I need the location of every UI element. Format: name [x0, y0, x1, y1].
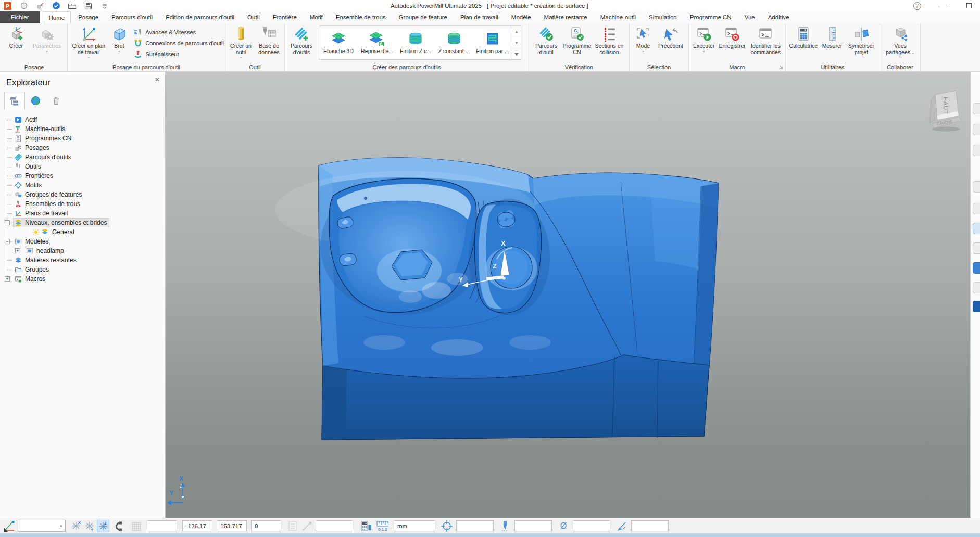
units-field[interactable]: mm [394, 520, 435, 531]
sections-collision-button[interactable]: Sections en collision [592, 24, 626, 55]
mode-selection-button[interactable]: Mode ⌄ [631, 24, 655, 53]
angle-field[interactable] [631, 520, 669, 531]
executer-macro-button[interactable]: Exécuter ⌄ [690, 24, 717, 53]
tree-item-programmes-cn[interactable]: G Programmes CN [0, 134, 165, 143]
tab-ensemble-trous[interactable]: Ensemble de trous [330, 11, 392, 23]
qat-more-icon[interactable] [100, 2, 109, 10]
tab-posage[interactable]: Posage [72, 11, 104, 23]
tree-item-machine-outils[interactable]: Machine-outils [0, 124, 165, 134]
qat-posage-icon[interactable] [35, 2, 44, 10]
creer-posage-button[interactable]: Créer [3, 24, 30, 49]
angle-icon[interactable] [615, 520, 628, 532]
precedent-selection-button[interactable]: Précédent [655, 24, 686, 49]
minimize-button[interactable] [936, 1, 950, 11]
explorer-tab-web[interactable] [25, 92, 46, 110]
brut-button[interactable]: Brut ⌄ [108, 24, 131, 53]
expand-icon[interactable]: + [5, 276, 10, 282]
right-tool-4[interactable] [973, 181, 980, 193]
right-tool-3[interactable] [973, 145, 980, 156]
tree-item-motifs[interactable]: Motifs [0, 181, 165, 190]
mesurer-button[interactable]: Mesurer [820, 24, 845, 49]
tree-item-headlamp[interactable]: + headlamp [0, 246, 165, 255]
enregistrer-macro-button[interactable]: Enregistrer [717, 24, 747, 49]
cursor-x-field[interactable]: -136.17 [182, 520, 212, 531]
tab-outil[interactable]: Outil [242, 11, 266, 23]
explorer-close-icon[interactable]: ✕ [155, 76, 160, 83]
tab-home[interactable]: Home [43, 11, 71, 23]
tab-motif[interactable]: Motif [304, 11, 329, 23]
position-field[interactable] [456, 520, 494, 531]
tab-parcours-outil[interactable]: Parcours d'outil [106, 11, 158, 23]
parametres-posage-button[interactable]: Paramètres ⌄ [30, 24, 64, 53]
surepaisseur-button[interactable]: Surépaisseur [134, 50, 224, 58]
explorer-tab-tree[interactable] [4, 92, 25, 110]
tree-item-outils[interactable]: Outils [0, 162, 165, 171]
tree-item-groupes-features[interactable]: Groupes de features [0, 190, 165, 199]
verifier-programme-cn-button[interactable]: G Programme CN [562, 24, 592, 55]
tab-groupe-feature[interactable]: Groupe de feature [393, 11, 453, 23]
tree-item-plans-travail[interactable]: Plans de travail [0, 209, 165, 218]
tree-item-modeles[interactable]: − Modèles [0, 237, 165, 246]
right-tool-2[interactable] [973, 124, 980, 135]
right-tool-5[interactable] [973, 203, 980, 214]
target-position-icon[interactable] [441, 520, 453, 532]
right-tool-6[interactable] [973, 223, 980, 234]
maximize-button[interactable] [962, 1, 976, 11]
cursor-z-field[interactable]: 0 [251, 520, 281, 531]
tab-matiere-restante[interactable]: Matière restante [538, 11, 593, 23]
calculatrice-button[interactable]: Calculatrice [787, 24, 820, 49]
base-donnees-button[interactable]: Base de données [255, 24, 283, 55]
xyz-list-icon[interactable] [286, 520, 299, 532]
axis-z-toggle[interactable]: Z [97, 520, 109, 532]
tab-additive[interactable]: Additive [762, 11, 795, 23]
gallery-item-finition-par[interactable]: Finition par ... [473, 26, 512, 59]
viewport-3d[interactable]: X Z Y HAUT GAUCHE X Z Y [166, 72, 980, 518]
workplane-combobox[interactable]: ˅ [18, 520, 66, 532]
explorer-tab-trash[interactable] [46, 92, 67, 110]
gallery-item-z-constant[interactable]: Z constant ... [435, 26, 473, 59]
right-tool-1[interactable] [973, 103, 980, 114]
tree-item-posages[interactable]: Posages [0, 143, 165, 152]
expand-icon[interactable]: + [15, 248, 20, 253]
tab-frontiere[interactable]: Frontière [267, 11, 303, 23]
diameter-icon[interactable]: Ø [557, 520, 570, 532]
tab-simulation[interactable]: Simulation [643, 11, 683, 23]
verifier-parcours-button[interactable]: Parcours d'outil [531, 24, 562, 55]
creer-plan-travail-button[interactable]: Créer un plan de travail ⌄ [69, 24, 108, 59]
gallery-item-finition-z[interactable]: Finition Z c... [396, 26, 435, 59]
tree-item-ensembles-trous[interactable]: Ensembles de trous [0, 199, 165, 209]
tree-item-frontieres[interactable]: Frontières [0, 171, 165, 181]
units-ruler-icon[interactable]: 0 1 2 [376, 520, 388, 532]
tree-item-groupes[interactable]: Groupes [0, 265, 165, 274]
open-project-icon[interactable] [68, 2, 77, 10]
right-tool-10[interactable] [973, 301, 980, 312]
save-project-icon[interactable] [84, 2, 93, 10]
gallery-scroll-up[interactable]: ▲ [512, 26, 521, 37]
right-tool-9[interactable] [973, 282, 980, 293]
tab-fichier[interactable]: Fichier [0, 11, 40, 23]
workplane-status-icon[interactable] [3, 520, 16, 532]
symetriser-projet-button[interactable]: Symétriser projet [845, 24, 878, 55]
cursor-y-field[interactable]: 153.717 [217, 520, 247, 531]
gallery-expand[interactable]: ▬▼ [512, 48, 521, 59]
avances-vitesses-button[interactable]: Avances & Vitesses [134, 28, 224, 36]
macro-dialog-launcher-icon[interactable]: ⇲ [779, 65, 783, 70]
tree-item-parcours-outils[interactable]: Parcours d'outils [0, 152, 165, 162]
gallery-item-reprise[interactable]: Reprise d'é... [358, 26, 396, 59]
grid-toggle[interactable] [130, 520, 143, 532]
creer-outil-button[interactable]: Créer un outil ⌄ [227, 24, 255, 59]
tab-programme-cn[interactable]: Programme CN [684, 11, 737, 23]
view-cube[interactable]: HAUT GAUCHE [927, 83, 964, 133]
clamp-icon[interactable] [111, 520, 124, 532]
measure-field[interactable] [316, 520, 353, 531]
tool-tip-icon[interactable] [499, 520, 511, 532]
connexions-parcours-button[interactable]: Connexions de parcours d'outil [134, 39, 224, 47]
tab-edition-parcours[interactable]: Edition de parcours d'outil [160, 11, 240, 23]
diameter-field[interactable] [573, 520, 610, 531]
right-tool-7[interactable] [973, 242, 980, 254]
tree-item-general[interactable]: General [0, 227, 165, 237]
right-tool-8[interactable] [973, 262, 980, 274]
grid-size-field[interactable] [147, 520, 177, 531]
tab-plan-travail[interactable]: Plan de travail [455, 11, 504, 23]
tree-item-matieres-restantes[interactable]: Matières restantes [0, 255, 165, 265]
